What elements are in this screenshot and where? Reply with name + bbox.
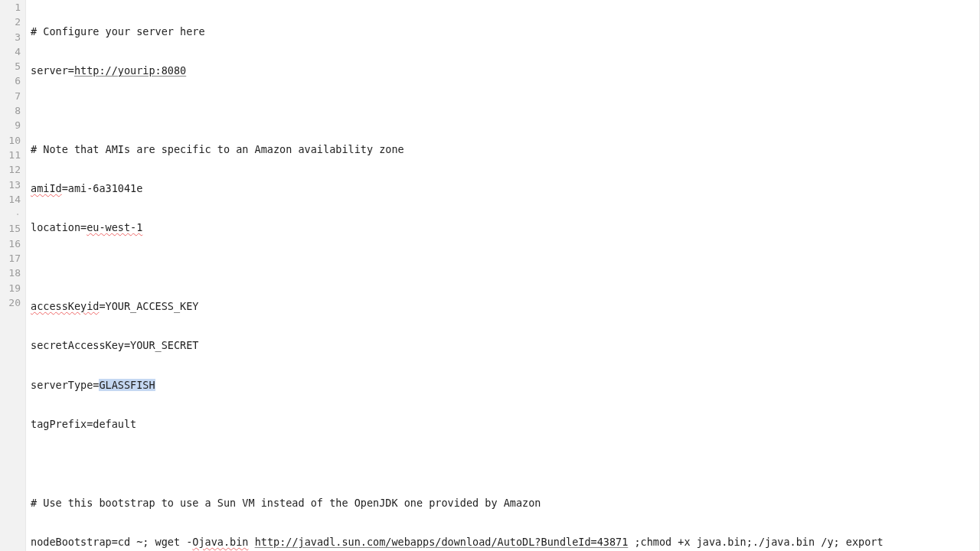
line-number: 20 — [0, 295, 21, 310]
code-line[interactable]: # Note that AMIs are specific to an Amaz… — [31, 142, 979, 157]
code-line[interactable]: nodeBootstrap=cd ~; wget -Ojava.bin http… — [31, 535, 979, 549]
line-number: 16 — [0, 236, 21, 251]
line-number: 1 — [0, 0, 21, 15]
code-line[interactable]: server=http://yourip:8080 — [31, 64, 979, 78]
code-line[interactable]: # Configure your server here — [31, 24, 979, 39]
line-number: 17 — [0, 251, 21, 266]
download-url[interactable]: http://javadl.sun.com/webapps/download/A… — [255, 536, 629, 548]
line-number: 5 — [0, 59, 21, 73]
code-line[interactable]: tagPrefix=default — [31, 417, 979, 432]
line-number: 6 — [0, 73, 21, 88]
server-url[interactable]: http://yourip:8080 — [74, 64, 186, 77]
line-number: 8 — [0, 103, 21, 118]
line-number: 15 — [0, 221, 21, 236]
code-line[interactable]: amiId=ami-6a31041e — [31, 181, 979, 196]
code-line[interactable] — [31, 103, 979, 118]
code-line[interactable]: accessKeyid=YOUR_ACCESS_KEY — [31, 299, 979, 314]
code-line[interactable]: secretAccessKey=YOUR_SECRET — [31, 338, 979, 353]
code-editor[interactable]: 1 2 3 4 5 6 7 8 9 10 11 12 13 14 · 15 16… — [0, 0, 980, 551]
code-line[interactable] — [31, 456, 979, 471]
line-number: 3 — [0, 30, 21, 44]
line-number: 10 — [0, 133, 21, 148]
line-number: 11 — [0, 148, 21, 162]
code-line[interactable] — [31, 260, 979, 275]
line-number: 14 — [0, 192, 21, 207]
text-selection[interactable]: GLASSFISH — [99, 379, 155, 391]
line-number: 4 — [0, 44, 21, 59]
line-number-gutter: 1 2 3 4 5 6 7 8 9 10 11 12 13 14 · 15 16… — [0, 0, 26, 551]
line-number: 19 — [0, 281, 21, 295]
code-line[interactable]: location=eu-west-1 — [31, 220, 979, 235]
code-line[interactable]: serverType=GLASSFISH — [31, 378, 979, 393]
code-line[interactable]: # Use this bootstrap to use a Sun VM ins… — [31, 496, 979, 510]
line-number: 13 — [0, 178, 21, 192]
code-area[interactable]: # Configure your server here server=http… — [26, 0, 979, 551]
line-number: 7 — [0, 89, 21, 103]
line-number: 9 — [0, 118, 21, 132]
wrap-indicator-icon: · — [0, 207, 21, 221]
line-number: 2 — [0, 15, 21, 29]
line-number: 18 — [0, 266, 21, 280]
line-number: 12 — [0, 162, 21, 177]
